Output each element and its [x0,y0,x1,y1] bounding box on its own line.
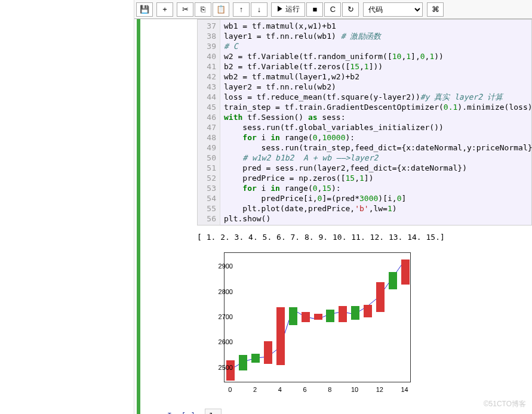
code-line[interactable]: wb1 = tf.matmul(x,w1)+b1 [224,21,528,31]
code-line[interactable]: layer1 = tf.nn.relu(wb1) # 激励函数 [224,31,528,41]
add-cell-button[interactable]: + [156,2,173,17]
code-line[interactable]: w2 = tf.Variable(tf.random_uniform([10,1… [224,51,528,61]
code-line[interactable]: for i in range(0,15): [224,183,528,193]
paste-button[interactable]: 📋 [213,2,229,17]
code-line[interactable]: layer2 = tf.nn.relu(wb2) [224,82,528,92]
cell-selection-marker [137,19,140,414]
candle-green [351,306,359,320]
next-cell-prompt: In [ ]: 1 [167,409,532,414]
main-panel: 💾 + ✂ ⎘ 📋 ↑ ↓ ▶ 运行 ■ C ↻ 代码 ⌘ 3738394041 [134,0,532,414]
run-button[interactable]: ▶ 运行 [271,2,305,17]
notebook-area: 3738394041424344454647484950515253545556… [134,19,532,414]
candle-red [264,341,272,364]
move-down-button[interactable]: ↓ [251,2,267,17]
candle-green [326,310,334,322]
stop-button[interactable]: ■ [306,2,323,17]
code-editor[interactable]: wb1 = tf.matmul(x,w1)+b1layer1 = tf.nn.r… [220,20,531,225]
code-line[interactable]: for i in range(0,10000): [224,132,528,143]
x-tick-label: 10 [351,386,358,393]
next-cell-input[interactable]: 1 [205,409,222,414]
x-tick-label: 12 [376,386,383,393]
y-tick-label: 2900 [219,262,233,270]
restart-run-button[interactable]: ↻ [342,2,359,17]
plot-area [224,252,411,382]
left-sidebar [0,0,134,414]
x-tick-label: 14 [401,386,408,393]
y-tick-label: 2500 [219,364,233,371]
code-line[interactable]: plt.show() [224,214,528,224]
candle-red [276,307,285,365]
line-number-gutter: 3738394041424344454647484950515253545556 [198,20,220,225]
output-chart: 25002600270028002900 02468101214 [197,246,423,401]
code-line[interactable]: # C [224,41,528,51]
code-line[interactable]: loss = tf.reduce_mean(tf.square(y-layer2… [224,92,528,102]
code-cell[interactable]: 3738394041424344454647484950515253545556… [197,19,532,225]
candle-red [364,305,372,317]
code-line[interactable]: train_step = tf.train.GradientDescentOpt… [224,102,528,112]
candle-green [289,307,297,325]
x-tick-label: 8 [328,386,331,393]
code-line[interactable]: # w1w2 b1b2 A + wb ——>layer2 [224,153,528,163]
cell-type-dropdown[interactable]: 代码 [363,2,423,17]
code-line[interactable]: sess.run(tf.global_variables_initializer… [224,122,528,132]
cut-button[interactable]: ✂ [177,2,193,17]
toolbar: 💾 + ✂ ⎘ 📋 ↑ ↓ ▶ 运行 ■ C ↻ 代码 ⌘ [134,0,532,19]
code-line[interactable]: with tf.Session() as sess: [224,112,528,122]
x-tick-label: 6 [303,386,307,393]
candle-green [251,354,260,363]
y-tick-label: 2700 [219,313,233,320]
x-tick-label: 4 [278,386,282,393]
code-line[interactable]: plt.plot(date,predPrice,'b',lw=1) [224,203,528,214]
code-line[interactable]: sess.run(train_step,feed_dict={x:dateNor… [224,143,528,153]
y-tick-label: 2600 [219,338,233,345]
code-line[interactable]: predPrice[i,0]=(pred*3000)[i,0] [224,193,528,203]
candle-green [389,272,397,290]
x-tick-label: 0 [228,386,232,393]
code-line[interactable]: pred = sess.run(layer2,feed_dict={x:date… [224,163,528,173]
candle-red [401,259,410,285]
candle-red [339,306,347,323]
output-text: [ 1. 2. 3. 4. 5. 6. 7. 8. 9. 10. 11. 12.… [197,225,532,246]
candle-green [239,355,247,370]
code-line[interactable]: wb2 = tf.matmul(layer1,w2)+b2 [224,72,528,82]
code-line[interactable]: b2 = tf.Variable(tf.zeros([15,1])) [224,61,528,72]
in-label: In [ ]: [167,411,200,415]
code-line[interactable]: predPrice = np.zeros([15,1]) [224,173,528,183]
copy-button[interactable]: ⎘ [195,2,211,17]
save-button[interactable]: 💾 [136,2,153,17]
watermark: ©51CTO博客 [484,399,526,409]
restart-button[interactable]: C [324,2,341,17]
x-tick-label: 2 [253,386,257,393]
command-palette-button[interactable]: ⌘ [427,2,444,17]
candle-red [314,314,322,320]
candle-red [302,312,310,322]
candle-red [376,282,385,313]
y-tick-label: 2800 [219,288,233,295]
move-up-button[interactable]: ↑ [233,2,250,17]
